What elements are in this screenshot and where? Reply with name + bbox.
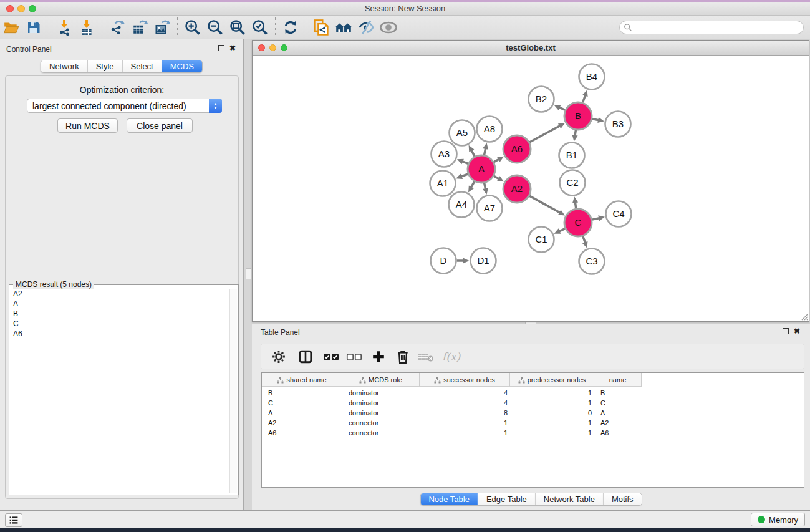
column-header-MCDS-role[interactable]: MCDS role: [342, 373, 420, 387]
search-input[interactable]: [632, 23, 794, 32]
delete-column-icon[interactable]: [395, 349, 411, 365]
table-cell[interactable]: dominator: [342, 398, 420, 408]
table-cell[interactable]: 4: [420, 398, 510, 408]
table-cell[interactable]: 1: [420, 428, 510, 438]
graph-edge-A6-B[interactable]: [529, 125, 561, 142]
table-cell[interactable]: 1: [510, 418, 594, 428]
graph-edge-A2-C[interactable]: [529, 196, 561, 213]
home-icon[interactable]: [334, 18, 353, 37]
float-panel-icon[interactable]: [783, 328, 789, 334]
mcds-result-item[interactable]: A6: [11, 329, 229, 339]
zoom-out-icon[interactable]: [206, 18, 224, 37]
mcds-result-item[interactable]: C: [11, 319, 229, 329]
table-cell[interactable]: 8: [420, 408, 510, 418]
add-column-icon[interactable]: [370, 349, 387, 365]
table-cell[interactable]: B: [262, 388, 342, 398]
table-cell[interactable]: 4: [420, 388, 510, 398]
column-header-successor-nodes[interactable]: successor nodes: [420, 373, 510, 387]
table-cell[interactable]: connector: [342, 418, 420, 428]
table-cell[interactable]: 1: [510, 388, 594, 398]
edge-arrowhead-icon: [463, 258, 470, 263]
network-close-button[interactable]: [258, 44, 265, 51]
tab-select[interactable]: Select: [122, 60, 162, 72]
table-panel-tabs: Node TableEdge TableNetwork TableMotifs: [420, 493, 642, 506]
table-cell[interactable]: A6: [262, 428, 342, 438]
mcds-result-item[interactable]: A: [11, 299, 229, 309]
window-title: Session: New Session: [0, 2, 810, 15]
select-all-icon[interactable]: [323, 349, 339, 365]
table-cell[interactable]: C: [262, 398, 342, 408]
export-table-icon[interactable]: [130, 18, 149, 37]
minimize-window-button[interactable]: [17, 5, 25, 12]
task-list-button[interactable]: [5, 513, 22, 527]
mcds-result-item[interactable]: A2: [11, 289, 229, 299]
node-table[interactable]: shared nameMCDS rolesuccessor nodesprede…: [261, 372, 804, 488]
table-cell[interactable]: A2: [594, 418, 642, 428]
optimization-criterion-dropdown[interactable]: largest connected component (directed) ▲…: [27, 99, 222, 113]
zoom-selected-icon[interactable]: [251, 18, 269, 37]
resize-grip-icon[interactable]: [799, 312, 808, 321]
table-cell[interactable]: A6: [594, 428, 642, 438]
table-cell[interactable]: A2: [262, 418, 342, 428]
optimization-criterion-label: Optimization criterion:: [6, 85, 238, 95]
network-window-titlebar[interactable]: testGlobe.txt: [253, 41, 809, 56]
open-session-icon[interactable]: [2, 18, 21, 37]
run-mcds-button[interactable]: Run MCDS: [57, 118, 118, 133]
table-cell[interactable]: dominator: [342, 408, 420, 418]
status-bar: Memory: [0, 510, 810, 528]
save-session-icon[interactable]: [24, 18, 43, 37]
table-cell[interactable]: 1: [420, 418, 510, 428]
column-header-predecessor-nodes[interactable]: predecessor nodes: [510, 373, 594, 387]
export-image-icon[interactable]: [153, 18, 171, 37]
close-window-button[interactable]: [6, 5, 14, 12]
column-type-icon: [359, 377, 366, 384]
table-cell[interactable]: 1: [510, 428, 594, 438]
vertical-split-gripper[interactable]: [246, 268, 251, 279]
deselect-all-icon[interactable]: [346, 349, 362, 365]
search-box[interactable]: [619, 21, 804, 34]
tab-network-table[interactable]: Network Table: [535, 493, 603, 505]
table-cell[interactable]: 1: [510, 398, 594, 408]
import-table-icon[interactable]: [77, 18, 96, 37]
column-header-name[interactable]: name: [594, 373, 642, 387]
refresh-icon[interactable]: [281, 18, 300, 37]
table-cell[interactable]: C: [594, 398, 642, 408]
show-column-icon[interactable]: [297, 349, 314, 365]
zoom-window-button[interactable]: [29, 5, 36, 12]
graph-node-label: C4: [612, 208, 624, 219]
tab-edge-table[interactable]: Edge Table: [478, 493, 535, 505]
settings-gear-icon[interactable]: [271, 349, 287, 365]
zoom-in-icon[interactable]: [183, 18, 202, 37]
hide-graphics-details-icon[interactable]: [357, 18, 375, 37]
export-network-icon[interactable]: [108, 18, 127, 37]
table-cell[interactable]: A: [594, 408, 642, 418]
tab-motifs[interactable]: Motifs: [603, 493, 642, 505]
copy-network-view-icon[interactable]: [312, 18, 330, 37]
mcds-result-item[interactable]: B: [11, 309, 229, 319]
table-cell[interactable]: dominator: [342, 388, 420, 398]
tab-mcds[interactable]: MCDS: [162, 60, 202, 72]
network-zoom-button[interactable]: [281, 44, 287, 51]
result-scrollbar[interactable]: [229, 289, 237, 493]
tab-node-table[interactable]: Node Table: [420, 493, 478, 505]
close-panel-icon[interactable]: ✖: [794, 328, 800, 334]
memory-status-dot: [758, 516, 765, 523]
close-panel-button[interactable]: Close panel: [127, 118, 193, 133]
float-panel-icon[interactable]: [218, 45, 224, 51]
tab-network[interactable]: Network: [41, 60, 87, 72]
import-network-icon[interactable]: [55, 18, 74, 37]
zoom-fit-icon[interactable]: [228, 18, 247, 37]
close-panel-icon[interactable]: ✖: [229, 45, 236, 51]
network-graph-canvas[interactable]: B4B2BB3A5A8A6B1A3AC2A1A2A4A7CC4C1C3DD1: [253, 56, 809, 321]
graph-node-label: A6: [511, 143, 523, 154]
dropdown-stepper-icon[interactable]: ▲▼: [209, 99, 222, 113]
table-cell[interactable]: A: [262, 408, 342, 418]
network-minimize-button[interactable]: [269, 44, 276, 51]
column-header-shared-name[interactable]: shared name: [262, 373, 342, 387]
mcds-result-list[interactable]: A2ABCA6: [11, 289, 229, 493]
table-cell[interactable]: B: [594, 388, 642, 398]
table-cell[interactable]: 0: [510, 408, 594, 418]
memory-button[interactable]: Memory: [751, 513, 805, 526]
table-cell[interactable]: connector: [342, 428, 420, 438]
tab-style[interactable]: Style: [87, 60, 122, 72]
